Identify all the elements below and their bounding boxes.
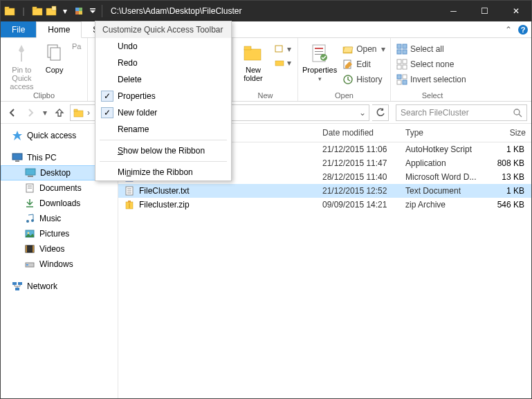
address-dropdown-icon[interactable]: ⌄: [359, 108, 366, 118]
file-type: Application: [400, 158, 483, 168]
file-type: zip Archive: [400, 200, 483, 210]
file-row[interactable]: FileCluster.txt21/12/2015 12:52Text Docu…: [118, 184, 531, 198]
file-date: 21/12/2015 11:47: [317, 158, 400, 168]
file-date: 21/12/2015 11:06: [317, 145, 400, 154]
help-icon[interactable]: ?: [515, 21, 531, 37]
svg-rect-5: [52, 6, 56, 10]
svg-rect-8: [75, 11, 79, 15]
select-none-icon: [396, 59, 407, 70]
invert-selection-button[interactable]: Invert selection: [395, 73, 468, 86]
select-all-button[interactable]: Select all: [395, 42, 468, 56]
recent-dropdown[interactable]: ▾: [41, 105, 49, 120]
col-size[interactable]: Size: [483, 124, 531, 142]
tab-home[interactable]: Home: [36, 21, 82, 38]
svg-rect-31: [403, 44, 407, 48]
ribbon-expand-icon[interactable]: ⌃: [502, 21, 515, 37]
properties-icon: [309, 42, 331, 64]
history-button[interactable]: History: [341, 73, 386, 86]
checkmark-icon: [101, 41, 113, 52]
music-icon: [24, 213, 35, 224]
copy-button[interactable]: Copy: [43, 39, 66, 74]
tree-windows[interactable]: Windows: [1, 257, 118, 272]
qat-menu-item[interactable]: Redo: [95, 55, 231, 71]
tab-file[interactable]: File: [1, 21, 36, 37]
network-icon: [12, 281, 23, 292]
file-name: FileCluster.txt: [139, 186, 190, 196]
qat-folder-icon[interactable]: [3, 5, 16, 17]
svg-text:?: ?: [521, 26, 526, 34]
navigation-bar: ▾ › ⌄ Search FileCluster: [1, 102, 531, 124]
file-date: 28/12/2015 11:40: [317, 172, 400, 182]
edit-button[interactable]: Edit: [341, 57, 386, 71]
svg-rect-3: [33, 7, 37, 9]
qat-menu-item[interactable]: Undo: [95, 38, 231, 55]
pin-quick-access-button[interactable]: Pin to Quick access: [5, 39, 39, 91]
qat-menu-item[interactable]: ✓New folder: [95, 104, 231, 121]
new-item-button[interactable]: ▾: [273, 42, 293, 56]
svg-rect-46: [12, 154, 22, 160]
svg-rect-59: [26, 245, 27, 252]
qat-menu-item[interactable]: Delete: [95, 71, 231, 88]
svg-rect-10: [90, 8, 95, 10]
svg-rect-9: [79, 11, 82, 15]
file-type: Text Document: [400, 186, 483, 196]
tree-documents[interactable]: Documents: [1, 180, 118, 196]
tree-videos[interactable]: Videos: [1, 241, 118, 257]
svg-rect-63: [12, 282, 17, 285]
menu-separator: [100, 161, 227, 162]
open-button[interactable]: Open▾: [341, 42, 386, 56]
qat-customize-icon[interactable]: [73, 5, 85, 17]
tree-pictures[interactable]: Pictures: [1, 226, 118, 241]
svg-rect-48: [26, 169, 35, 175]
invert-icon: [396, 74, 407, 85]
close-button[interactable]: ✕: [500, 1, 531, 21]
qat-properties-icon[interactable]: [31, 5, 44, 17]
svg-rect-60: [33, 245, 34, 252]
col-type[interactable]: Type: [400, 124, 483, 142]
up-button[interactable]: [52, 105, 67, 120]
properties-button[interactable]: Properties ▾: [302, 39, 337, 82]
menu-separator: [100, 140, 227, 140]
pictures-icon: [24, 228, 35, 239]
file-date: 21/12/2015 12:52: [317, 186, 400, 196]
qat-menu-item[interactable]: ✓Properties: [95, 88, 231, 104]
forward-button[interactable]: [23, 105, 38, 120]
tree-music[interactable]: Music: [1, 211, 118, 226]
refresh-button[interactable]: [372, 104, 389, 121]
svg-rect-18: [244, 49, 261, 60]
qat-show-below[interactable]: Show below the Ribbon: [95, 142, 231, 159]
qat-menu-item[interactable]: Rename: [95, 121, 231, 138]
title-bar: | ▾ C:\Users\Adam\Desktop\FileCluster ─ …: [1, 1, 531, 21]
new-folder-button[interactable]: New folder: [237, 39, 269, 82]
search-box[interactable]: Search FileCluster: [396, 104, 527, 121]
easy-access-button[interactable]: ▾: [273, 56, 293, 70]
svg-rect-62: [26, 264, 28, 266]
open-icon: [342, 44, 354, 55]
checkmark-icon: ✓: [101, 91, 113, 102]
quick-access-toolbar: | ▾: [1, 5, 104, 17]
back-button[interactable]: [5, 105, 20, 120]
maximize-button[interactable]: ☐: [469, 1, 500, 21]
file-icon: [124, 185, 135, 196]
minimize-button[interactable]: ─: [438, 1, 469, 21]
qat-minimize-ribbon[interactable]: Minimize the Ribbon: [95, 164, 231, 180]
tree-downloads[interactable]: Downloads: [1, 196, 118, 211]
search-placeholder: Search FileCluster: [401, 108, 469, 118]
col-date[interactable]: Date modified: [317, 124, 400, 142]
select-none-button[interactable]: Select none: [395, 57, 468, 71]
tree-network[interactable]: Network: [1, 279, 118, 294]
svg-line-45: [519, 114, 522, 117]
file-row[interactable]: Filecluster.zip09/09/2015 14:21zip Archi…: [118, 198, 531, 212]
checkmark-icon: ✓: [101, 107, 113, 118]
qat-dropdown-icon[interactable]: ▾: [59, 5, 71, 17]
svg-rect-33: [403, 50, 407, 54]
qat-newfolder-icon[interactable]: [45, 5, 57, 17]
search-icon: [513, 108, 522, 118]
chevron-right-icon[interactable]: ›: [87, 108, 90, 118]
paste-button-cut[interactable]: Pa: [70, 39, 83, 50]
ribbon: Pin to Quick access Copy Pa Clipbo ✕Dele…: [1, 38, 531, 102]
qat-customize-menu: Customize Quick Access Toolbar UndoRedoD…: [95, 21, 232, 181]
svg-rect-49: [28, 176, 33, 177]
qat-overflow-icon[interactable]: [86, 5, 99, 17]
new-group-label: New: [237, 91, 293, 101]
